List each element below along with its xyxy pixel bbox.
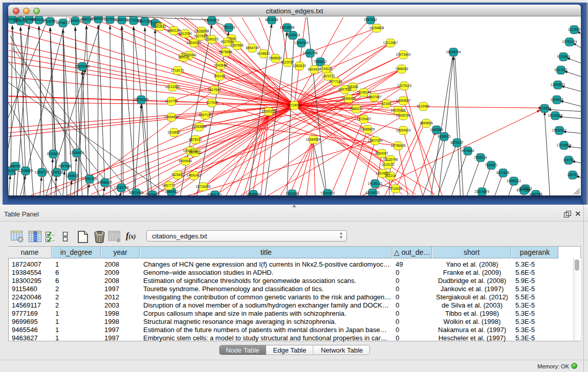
svg-text:1916682: 1916682 [167, 130, 181, 134]
svg-text:7402509: 7402509 [286, 192, 299, 195]
svg-text:8878312: 8878312 [189, 138, 202, 141]
svg-text:16782759: 16782759 [114, 186, 129, 189]
svg-text:25053346: 25053346 [134, 98, 149, 101]
svg-text:9657771: 9657771 [162, 184, 176, 187]
svg-text:803144: 803144 [214, 74, 225, 78]
svg-text:12213382: 12213382 [165, 85, 180, 89]
svg-text:14463627: 14463627 [396, 99, 411, 102]
svg-text:16543392: 16543392 [187, 41, 202, 45]
svg-text:1615132: 1615132 [381, 163, 395, 166]
svg-text:9699695: 9699695 [420, 121, 433, 125]
svg-text:8078673: 8078673 [56, 21, 70, 25]
svg-text:18245144: 18245144 [357, 91, 372, 94]
svg-text:1112596: 1112596 [568, 28, 581, 31]
svg-text:14136141: 14136141 [368, 182, 383, 185]
svg-text:2087652: 2087652 [364, 18, 377, 21]
svg-text:16210643: 16210643 [548, 114, 563, 117]
svg-text:7955812: 7955812 [314, 60, 327, 63]
svg-text:7485063: 7485063 [395, 67, 408, 71]
svg-text:6734028: 6734028 [319, 67, 333, 71]
svg-text:15716485: 15716485 [196, 185, 211, 188]
svg-text:9084067: 9084067 [375, 151, 388, 155]
svg-text:10654112: 10654112 [507, 179, 521, 183]
svg-text:10025438: 10025438 [391, 108, 406, 112]
svg-text:9397568: 9397568 [58, 164, 72, 168]
svg-text:116753: 116753 [563, 158, 574, 162]
svg-text:1610755: 1610755 [165, 99, 178, 103]
svg-text:10958107: 10958107 [98, 181, 113, 184]
svg-text:1640954: 1640954 [430, 128, 443, 132]
svg-text:3215958: 3215958 [538, 106, 551, 110]
svg-text:7663822: 7663822 [153, 25, 166, 28]
svg-text:12359924: 12359924 [70, 151, 84, 155]
svg-text:15692971: 15692971 [552, 128, 567, 132]
svg-text:19384554: 19384554 [306, 138, 321, 141]
svg-text:62160: 62160 [382, 102, 391, 105]
svg-text:72820592: 72820592 [320, 191, 335, 195]
svg-text:9327505: 9327505 [221, 40, 234, 43]
svg-text:15226058: 15226058 [194, 29, 209, 33]
svg-text:12213967: 12213967 [383, 41, 398, 45]
svg-text:1145119: 1145119 [51, 170, 63, 174]
svg-text:1733426: 1733426 [389, 187, 402, 190]
svg-text:5875685: 5875685 [219, 50, 232, 54]
svg-text:12156829: 12156829 [18, 169, 33, 172]
svg-text:13640910: 13640910 [294, 41, 309, 45]
svg-text:15300275: 15300275 [262, 110, 276, 113]
svg-text:2935114: 2935114 [474, 156, 487, 159]
svg-text:14218596: 14218596 [280, 26, 295, 29]
svg-text:9129966: 9129966 [557, 55, 570, 58]
svg-text:10756928: 10756928 [391, 144, 406, 147]
svg-text:16120746: 16120746 [383, 158, 398, 161]
svg-text:16648754: 16648754 [446, 50, 461, 54]
svg-text:989012: 989012 [178, 55, 189, 59]
svg-text:16053809: 16053809 [205, 18, 220, 22]
svg-text:39153: 39153 [8, 169, 15, 172]
svg-text:12353594: 12353594 [192, 125, 207, 128]
svg-text:252214: 252214 [385, 174, 396, 178]
svg-text:9146821: 9146821 [257, 52, 270, 55]
svg-text:2718170: 2718170 [171, 69, 184, 72]
svg-text:9242848: 9242848 [214, 63, 227, 67]
svg-text:25374874: 25374874 [475, 190, 490, 193]
svg-text:845061: 845061 [10, 164, 21, 168]
svg-text:8912954: 8912954 [179, 32, 192, 35]
svg-text:20364436: 20364436 [341, 97, 356, 100]
svg-text:6409948: 6409948 [179, 159, 192, 163]
svg-text:128753: 128753 [567, 173, 578, 177]
svg-text:6879197: 6879197 [450, 141, 464, 144]
svg-text:19654932: 19654932 [164, 115, 179, 119]
svg-text:8938923: 8938923 [438, 135, 451, 138]
svg-text:1244415: 1244415 [550, 98, 563, 101]
svg-text:16607487: 16607487 [367, 95, 382, 99]
svg-text:11325419: 11325419 [286, 33, 300, 37]
svg-text:12375115: 12375115 [397, 84, 412, 87]
svg-text:16154808: 16154808 [369, 26, 384, 30]
svg-text:317006: 317006 [206, 101, 217, 104]
svg-text:1250515: 1250515 [66, 174, 79, 178]
svg-text:746266: 746266 [347, 85, 358, 89]
svg-text:9474444: 9474444 [461, 149, 474, 152]
svg-text:2020655: 2020655 [47, 152, 60, 156]
svg-text:9904437: 9904437 [308, 68, 321, 71]
svg-text:1362615: 1362615 [293, 64, 306, 68]
svg-text:2588520: 2588520 [269, 56, 282, 60]
svg-text:16961758: 16961758 [303, 51, 318, 55]
svg-text:3684052: 3684052 [165, 190, 178, 193]
svg-text:7357224: 7357224 [222, 26, 235, 29]
svg-text:14691447: 14691447 [187, 173, 202, 177]
svg-text:13495794: 13495794 [396, 114, 411, 117]
svg-text:17016504: 17016504 [557, 143, 572, 147]
svg-text:18526544: 18526544 [246, 192, 261, 195]
svg-text:25053346: 25053346 [75, 64, 90, 68]
svg-text:2839607: 2839607 [146, 193, 159, 195]
svg-text:17957225: 17957225 [82, 177, 97, 181]
svg-text:7986372: 7986372 [350, 107, 363, 111]
svg-text:3469822: 3469822 [188, 150, 202, 154]
svg-text:2367608: 2367608 [230, 43, 244, 47]
svg-text:1621072: 1621072 [322, 74, 335, 78]
svg-text:1527602: 1527602 [103, 17, 117, 21]
svg-text:18724007: 18724007 [287, 103, 302, 107]
svg-text:15751074: 15751074 [562, 40, 577, 43]
svg-text:8454749: 8454749 [246, 46, 259, 50]
